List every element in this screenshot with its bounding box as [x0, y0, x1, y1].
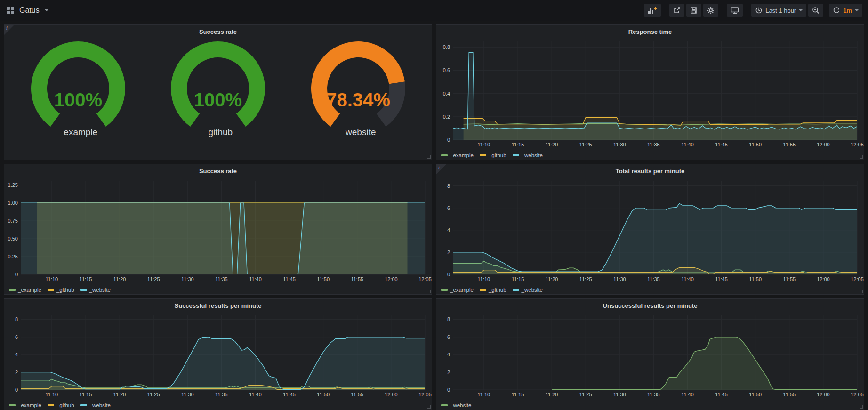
- y-tick-label: 2: [447, 249, 450, 255]
- plot-area: 11:1011:1511:2011:2511:3011:3511:4011:45…: [4, 176, 432, 284]
- dashboard-grid: i Success rate 100%_example100%_github78…: [0, 21, 868, 410]
- x-tick-label: 11:50: [749, 276, 762, 282]
- legend-item-_github[interactable]: _github: [48, 287, 74, 293]
- legend-label: _github: [489, 287, 506, 293]
- x-tick-label: 11:20: [113, 276, 126, 282]
- legend-item-_website[interactable]: _website: [513, 287, 543, 293]
- cycle-view-button[interactable]: [727, 4, 743, 17]
- unsuccessful-results-chart[interactable]: 11:1011:1511:2011:2511:3011:3511:4011:45…: [436, 311, 864, 401]
- x-tick-label: 11:25: [147, 276, 160, 282]
- time-range-label: Last 1 hour: [765, 7, 796, 14]
- gauge-arc: [31, 41, 125, 127]
- panel-resize-handle[interactable]: [427, 290, 431, 293]
- x-tick-label: 12:05: [418, 276, 432, 282]
- y-tick-label: 6: [447, 334, 450, 340]
- x-tick-label: 11:45: [283, 276, 296, 282]
- zoom-out-button[interactable]: [808, 4, 823, 17]
- panel-title[interactable]: Success rate: [4, 25, 432, 37]
- apps-grid-icon[interactable]: [7, 7, 14, 14]
- x-tick-label: 11:30: [613, 142, 626, 147]
- panel-success-rate-gauges: i Success rate 100%_example100%_github78…: [4, 24, 432, 160]
- time-range-caret-icon: [799, 9, 803, 11]
- gauge-arc: [171, 41, 265, 127]
- total-results-chart[interactable]: 11:1011:1511:2011:2511:3011:3511:4011:45…: [436, 176, 864, 286]
- x-tick-label: 11:15: [512, 276, 524, 282]
- legend: _example_github_website: [436, 286, 864, 295]
- share-button[interactable]: [669, 4, 684, 17]
- y-tick-label: 0: [447, 137, 450, 143]
- panel-title[interactable]: Total results per minute: [436, 164, 864, 176]
- x-tick-label: 11:10: [478, 276, 490, 282]
- panel-unsuccessful-results: Unsuccessful results per minute 11:1011:…: [436, 298, 864, 410]
- add-panel-button[interactable]: [644, 4, 661, 17]
- gauge-row: 100%_example100%_github78.34%_website: [4, 37, 432, 160]
- legend-item-_github[interactable]: _github: [480, 153, 506, 158]
- legend-label: _github: [56, 402, 74, 408]
- success-rate-chart[interactable]: 11:1011:1511:2011:2511:3011:3511:4011:45…: [4, 176, 432, 286]
- response-time-chart[interactable]: 11:1011:1511:2011:2511:3011:3511:4011:45…: [436, 37, 864, 151]
- y-tick-label: 8: [15, 316, 18, 322]
- panel-total-results: i Total results per minute 11:1011:1511:…: [436, 164, 864, 295]
- refresh-button[interactable]: 1m: [829, 4, 862, 17]
- legend-label: _website: [450, 402, 471, 408]
- legend-item-_website[interactable]: _website: [513, 153, 543, 158]
- legend-item-_website[interactable]: _website: [441, 402, 471, 408]
- x-tick-label: 11:45: [715, 276, 728, 282]
- zoom-out-icon: [812, 7, 820, 14]
- panel-resize-handle[interactable]: [427, 405, 431, 409]
- panel-resize-handle[interactable]: [860, 290, 863, 293]
- legend-item-_github[interactable]: _github: [48, 402, 74, 408]
- legend-item-_example[interactable]: _example: [9, 402, 41, 408]
- x-tick-label: 11:20: [546, 392, 558, 397]
- x-tick-label: 11:40: [681, 276, 694, 282]
- y-tick-label: 0: [15, 387, 18, 393]
- x-tick-label: 11:10: [478, 142, 490, 147]
- gauge-_github: 100%_github: [152, 40, 284, 140]
- x-tick-label: 12:00: [817, 392, 830, 397]
- time-range-button[interactable]: Last 1 hour: [751, 4, 806, 17]
- legend-item-_example[interactable]: _example: [9, 287, 41, 293]
- y-tick-label: 8: [447, 316, 450, 322]
- legend-item-_website[interactable]: _website: [80, 287, 111, 293]
- x-tick-label: 11:25: [579, 142, 592, 147]
- panel-title[interactable]: Unsuccessful results per minute: [436, 299, 864, 311]
- legend-item-_github[interactable]: _github: [480, 287, 506, 293]
- y-tick-label: 0.75: [8, 218, 18, 224]
- x-tick-label: 11:25: [147, 392, 160, 397]
- panel-resize-handle[interactable]: [860, 405, 863, 409]
- settings-button[interactable]: [703, 4, 718, 17]
- legend-label: _github: [489, 153, 506, 158]
- save-button[interactable]: [686, 4, 701, 17]
- panel-resize-handle[interactable]: [860, 155, 863, 159]
- successful-results-chart[interactable]: 11:1011:1511:2011:2511:3011:3511:4011:45…: [4, 311, 432, 401]
- dashboard-dropdown-caret-icon[interactable]: [45, 9, 48, 11]
- legend-item-_website[interactable]: _website: [80, 402, 111, 408]
- legend-item-_example[interactable]: _example: [441, 153, 474, 158]
- legend-swatch: [441, 404, 448, 406]
- gauge-label: _github: [203, 127, 233, 137]
- panel-title[interactable]: Response time: [436, 25, 864, 37]
- refresh-interval-label: 1m: [843, 7, 852, 14]
- y-tick-label: 4: [447, 227, 450, 233]
- x-tick-label: 11:15: [512, 392, 524, 397]
- dashboard-title[interactable]: Gatus: [19, 6, 40, 15]
- x-tick-label: 11:40: [249, 392, 262, 397]
- refresh-icon: [833, 7, 840, 14]
- panel-info-corner-icon[interactable]: i: [4, 25, 14, 35]
- panel-info-corner-icon[interactable]: i: [436, 164, 446, 174]
- legend-swatch: [80, 404, 87, 406]
- y-tick-label: 0.50: [8, 236, 18, 241]
- legend-swatch: [480, 289, 486, 291]
- panel-resize-handle[interactable]: [427, 155, 431, 159]
- gauge-_example: 100%_example: [12, 40, 145, 140]
- panel-success-rate-graph: Success rate 11:1011:1511:2011:2511:3011…: [4, 164, 432, 295]
- legend-label: _example: [18, 402, 41, 408]
- monitor-icon: [731, 7, 739, 14]
- legend-item-_example[interactable]: _example: [441, 287, 474, 293]
- panel-title[interactable]: Successful results per minute: [4, 299, 432, 311]
- plot-area: 11:1011:1511:2011:2511:3011:3511:4011:45…: [436, 176, 864, 284]
- legend-label: _website: [89, 287, 111, 293]
- legend-label: _website: [522, 153, 543, 158]
- x-tick-label: 11:25: [579, 392, 592, 397]
- panel-title[interactable]: Success rate: [4, 164, 432, 176]
